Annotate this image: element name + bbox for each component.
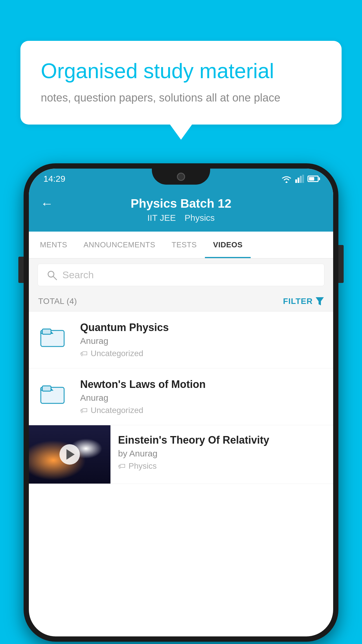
signal-icon (295, 175, 304, 183)
status-time: 14:29 (43, 174, 65, 184)
svg-rect-10 (42, 386, 51, 391)
tab-ments[interactable]: MENTS (32, 232, 75, 258)
search-bar[interactable]: Search (38, 264, 324, 286)
app-bar-subtitle: IIT JEE Physics (147, 213, 215, 223)
filter-button[interactable]: FILTER (283, 297, 324, 306)
camera (177, 173, 185, 181)
svg-marker-6 (316, 297, 324, 305)
video-title-3: Einstein's Theory Of Relativity (118, 434, 326, 446)
app-bar-tag-iitjee: IIT JEE (147, 213, 176, 223)
svg-rect-8 (42, 329, 51, 334)
tag-icon-3: 🏷 (118, 462, 126, 471)
video-title-1: Quantum Physics (80, 321, 323, 334)
total-count: TOTAL (4) (38, 297, 77, 306)
video-info-2: Newton's Laws of Motion Anurag 🏷 Uncateg… (80, 378, 323, 415)
video-thumbnail-3 (29, 425, 110, 484)
folder-thumb-1 (39, 321, 71, 351)
battery-fill (309, 177, 314, 181)
app-bar-row: ← Physics Batch 12 (41, 197, 321, 211)
filter-label: FILTER (283, 297, 313, 306)
folder-icon (39, 380, 66, 406)
search-placeholder: Search (62, 269, 94, 281)
video-info-1: Quantum Physics Anurag 🏷 Uncategorized (80, 321, 323, 358)
search-container: Search (29, 258, 333, 291)
tab-videos[interactable]: VIDEOS (205, 232, 251, 258)
tag-icon-2: 🏷 (80, 406, 88, 415)
video-tag-row-1: 🏷 Uncategorized (80, 349, 323, 358)
status-bar: 14:29 (29, 169, 333, 189)
phone-frame: 14:29 (24, 163, 338, 642)
tabs-bar: MENTS ANNOUNCEMENTS TESTS VIDEOS (29, 232, 333, 258)
tag-icon-1: 🏷 (80, 349, 88, 358)
folder-thumb-2 (39, 378, 71, 407)
app-bar-title: Physics Batch 12 (131, 197, 231, 211)
video-list: Quantum Physics Anurag 🏷 Uncategorized (29, 312, 333, 484)
speech-bubble-title: Organised study material (41, 58, 321, 83)
video-info-3: Einstein's Theory Of Relativity by Anura… (110, 425, 333, 480)
battery-icon (307, 176, 319, 182)
svg-rect-1 (298, 178, 299, 183)
svg-rect-3 (302, 175, 304, 183)
wifi-icon (281, 175, 292, 183)
video-tag-1: Uncategorized (91, 349, 143, 358)
filter-row: TOTAL (4) FILTER (29, 291, 333, 312)
svg-rect-0 (295, 179, 297, 183)
tab-tests[interactable]: TESTS (164, 232, 205, 258)
play-button[interactable] (59, 444, 80, 465)
back-button[interactable]: ← (41, 196, 53, 211)
speech-bubble-subtitle: notes, question papers, solutions all at… (41, 92, 321, 104)
video-tag-2: Uncategorized (91, 406, 143, 415)
phone-outer: 14:29 (24, 163, 338, 642)
video-title-2: Newton's Laws of Motion (80, 378, 323, 391)
video-tag-3: Physics (129, 461, 157, 471)
video-author-2: Anurag (80, 393, 323, 403)
folder-icon (39, 323, 66, 349)
list-item[interactable]: Einstein's Theory Of Relativity by Anura… (29, 425, 333, 484)
app-bar: ← Physics Batch 12 IIT JEE Physics (29, 189, 333, 232)
app-bar-tag-physics: Physics (184, 213, 215, 223)
speech-bubble: Organised study material notes, question… (20, 41, 342, 125)
phone-screen: 14:29 (29, 169, 333, 636)
list-item[interactable]: Newton's Laws of Motion Anurag 🏷 Uncateg… (29, 368, 333, 425)
video-author-3: by Anurag (118, 449, 326, 459)
speech-bubble-container: Organised study material notes, question… (20, 41, 342, 125)
list-item[interactable]: Quantum Physics Anurag 🏷 Uncategorized (29, 312, 333, 368)
notch (152, 169, 210, 185)
tab-announcements[interactable]: ANNOUNCEMENTS (75, 232, 164, 258)
filter-icon (316, 297, 324, 305)
svg-line-5 (53, 276, 57, 280)
svg-rect-2 (300, 176, 302, 183)
video-tag-row-2: 🏷 Uncategorized (80, 406, 323, 415)
video-tag-row-3: 🏷 Physics (118, 461, 326, 471)
status-icons (281, 175, 319, 183)
search-icon (47, 270, 57, 280)
video-author-1: Anurag (80, 336, 323, 346)
play-triangle-icon (66, 449, 75, 460)
